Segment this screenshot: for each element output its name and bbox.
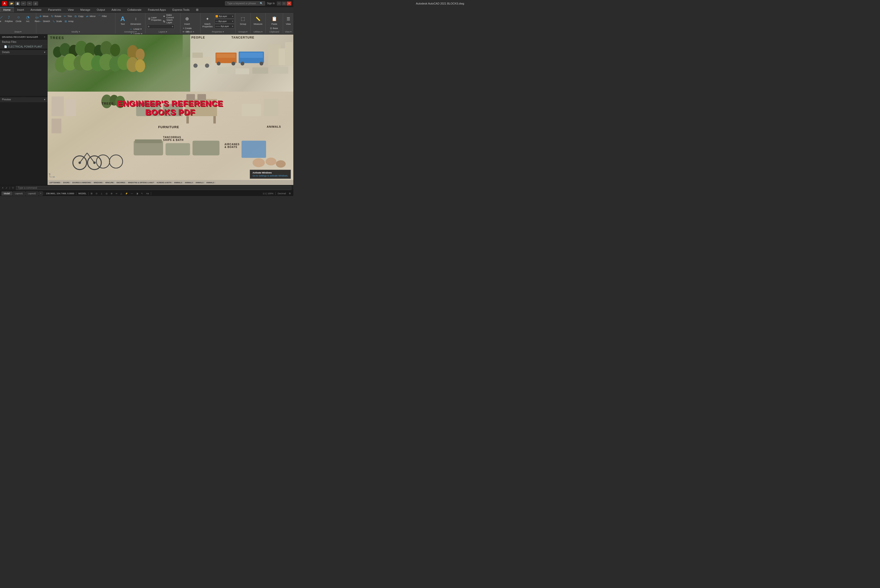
svg-point-7 [110, 44, 120, 56]
search-box[interactable]: Type a keyword or phrase 🔍 [225, 1, 265, 6]
dyn-toggle[interactable]: ⚡ [124, 192, 129, 195]
svg-rect-40 [65, 99, 76, 116]
canvas-area[interactable]: TREES TREES & PLANTS [48, 34, 293, 185]
paste-button[interactable]: 📋 Paste [269, 14, 279, 26]
dimension-button[interactable]: ↕ Dimension [128, 14, 143, 26]
search-icon[interactable]: 🔍 [260, 2, 263, 5]
save-icon[interactable]: 💾 [15, 2, 20, 6]
preview-section[interactable]: Preview ▾ [0, 97, 47, 102]
add-layout-button[interactable]: + [39, 192, 43, 195]
svg-rect-56 [192, 141, 219, 156]
svg-point-23 [205, 64, 209, 68]
model-tab[interactable]: Model [1, 192, 12, 195]
tab-add-ins[interactable]: Add-ins [108, 7, 124, 12]
paste-label: Paste [271, 23, 277, 26]
title-bar-left: A 📂 💾 ↩ ↪ 🖨 [2, 1, 38, 6]
tab-home[interactable]: Home [0, 7, 14, 12]
trim-button[interactable]: ✂ Trim [63, 14, 73, 18]
color-dropdown[interactable]: ByLayer ▼ [214, 14, 234, 18]
tab-manage[interactable]: Manage [77, 7, 94, 12]
selection-toggle[interactable]: ↖ [140, 192, 144, 195]
view-button[interactable]: ☰ View [283, 14, 293, 26]
backup-files-section[interactable]: Backup Files [0, 39, 47, 45]
osnap-toggle[interactable]: ⊛ [109, 192, 114, 195]
arc-button[interactable]: ◔ Arc [24, 14, 32, 23]
sign-in-button[interactable]: Sign In [267, 2, 275, 5]
app-logo[interactable]: A [2, 1, 7, 6]
open-file-icon[interactable]: 📂 [9, 2, 14, 6]
tab-extra[interactable]: ⊞ [193, 7, 202, 12]
create-button[interactable]: + Create [182, 27, 192, 30]
cmd-prompt-icon[interactable]: ▽ [12, 186, 14, 189]
tab-view[interactable]: View [64, 7, 77, 12]
fillet-button[interactable]: ⌒ Fillet [97, 14, 107, 18]
command-input[interactable] [16, 186, 291, 190]
layer-dropdown[interactable]: 0 ▼ [147, 24, 174, 29]
mirror-button[interactable]: ⇌ Mirror [85, 14, 97, 18]
tab-output[interactable]: Output [94, 7, 108, 12]
details-arrow: ▾ [44, 51, 45, 54]
move-button[interactable]: ✛ Move [38, 14, 49, 18]
ducs-toggle[interactable]: △ [119, 192, 123, 195]
snap-toggle[interactable]: ⊙ [94, 192, 99, 195]
match-layer-button[interactable]: ⇆ Match Layer [162, 19, 179, 24]
lineweight-dropdown[interactable]: —— ByLayer ▼ [214, 24, 234, 28]
ortho-toggle[interactable]: ⊥ [100, 192, 103, 195]
copy-button[interactable]: ⧉ Copy [73, 14, 84, 18]
otrack-toggle[interactable]: ∞ [115, 192, 118, 195]
polar-toggle[interactable]: ◎ [105, 192, 109, 195]
grid-toggle[interactable]: ⊞ [90, 192, 94, 195]
base-button[interactable]: ⊡ Base [269, 27, 279, 30]
lineweight-value: —— ByLayer [216, 25, 229, 27]
zoom-scale[interactable]: 1:1 | 100% [262, 192, 274, 195]
svg-point-31 [259, 62, 263, 65]
tab-collaborate[interactable]: Collaborate [124, 7, 145, 12]
lw-toggle[interactable]: — [130, 192, 134, 195]
redo-icon[interactable]: ↪ [27, 2, 32, 6]
svg-rect-50 [213, 116, 216, 123]
cmd-x-button[interactable]: × [2, 186, 3, 189]
panel-close-icon[interactable]: × [44, 36, 45, 38]
layout1-tab[interactable]: Layout1 [13, 192, 25, 195]
label-aircanes: AIRCANES& BOATS [225, 143, 240, 148]
match-properties-button[interactable]: ✦ MatchProperties [201, 14, 213, 29]
polyline-button[interactable]: ⤴ Polyline [4, 14, 13, 23]
status-divider-2 [76, 192, 76, 195]
tab-express-tools[interactable]: Express Tools [169, 7, 193, 12]
tab-parametric[interactable]: Parametric [45, 7, 64, 12]
minimize-button[interactable]: − [277, 2, 281, 6]
measure-button[interactable]: 📏 Measure [253, 14, 263, 26]
text-button[interactable]: A Text [118, 14, 127, 26]
undo-icon[interactable]: ↩ [21, 2, 26, 6]
scale-button[interactable]: ⤡ Scale [51, 19, 63, 24]
activate-message[interactable]: Go to Settings to activate Windows. [253, 174, 288, 177]
line-button[interactable]: ⟋ Line [0, 14, 3, 23]
stretch-button[interactable]: ↔ Stretch [38, 19, 51, 24]
annotate-toggle[interactable]: Aa [145, 192, 150, 195]
svg-point-68 [253, 159, 265, 167]
details-section[interactable]: Details ▾ [0, 50, 47, 55]
workspace-settings-icon[interactable]: ⚙ [288, 192, 292, 195]
maximize-button[interactable]: □ [282, 2, 286, 6]
panel-header-drawing-recovery: DRAWING RECOVERY MANAGER × [0, 34, 47, 39]
circle-button[interactable]: ○ Circle [14, 14, 23, 23]
make-current-button[interactable]: ✦ Make Current [162, 14, 179, 18]
group-button[interactable]: ⬚ Group [238, 14, 248, 26]
linetype-dropdown[interactable]: — ByLayer ▼ [214, 19, 234, 24]
close-button[interactable]: × [287, 2, 291, 6]
print-icon[interactable]: 🖨 [33, 2, 38, 6]
tab-insert[interactable]: Insert [14, 7, 27, 12]
layer-properties-button[interactable]: ≡ LayerProperties [147, 15, 161, 22]
search-placeholder: Type a keyword or phrase [227, 2, 256, 5]
rotate-button[interactable]: ↻ Rotate [49, 14, 62, 18]
layer-properties-label: LayerProperties [151, 16, 162, 21]
decimal-units[interactable]: Decimal [277, 192, 287, 195]
array-button[interactable]: ⊞ Array [63, 19, 74, 24]
layout2-tab[interactable]: Layout2 [26, 192, 38, 195]
transparency-toggle[interactable]: ◑ [135, 192, 139, 195]
cmd-check-button[interactable]: ✓ [6, 186, 7, 189]
insert-button[interactable]: ⊕ Insert [182, 14, 192, 26]
tab-annotate[interactable]: Annotate [27, 7, 45, 12]
tab-featured-apps[interactable]: Featured Apps [145, 7, 169, 12]
model-indicator[interactable]: MODEL [77, 192, 87, 195]
